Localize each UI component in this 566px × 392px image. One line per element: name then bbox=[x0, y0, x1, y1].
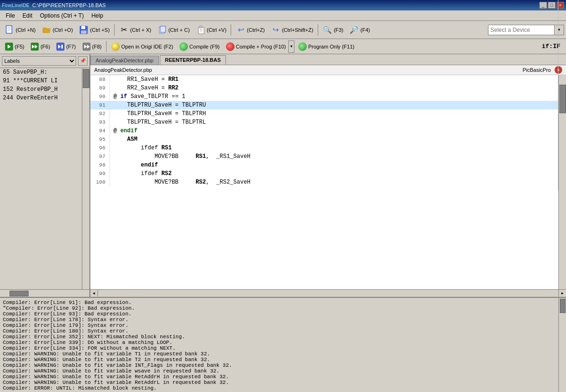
output-content: Compiler: Error[Line 91]: Bad expression… bbox=[0, 298, 558, 392]
line-content: TBLPTRU_SaveH = TBLPTRU bbox=[109, 101, 558, 109]
sidebar: Labels 📌 65 SavePBP_H: 91 ***CURRENT LI … bbox=[0, 54, 90, 297]
line-content: RR2_SaveH = RR2 bbox=[109, 84, 558, 92]
line-number: 99 bbox=[90, 169, 109, 178]
table-row[interactable]: 97 MOVE?BB RS1, _RS1_SaveH bbox=[90, 152, 558, 161]
output-line: Compiler: Error[Line 180]: Syntax error. bbox=[3, 328, 556, 334]
open-label: (Ctrl +O) bbox=[53, 27, 73, 33]
sidebar-pin-button[interactable]: 📌 bbox=[78, 56, 88, 66]
programonly-icon bbox=[298, 42, 307, 51]
sidebar-item-3[interactable]: 244 OverReEnterH bbox=[0, 94, 82, 102]
stepover-f8-button[interactable]: (F8) bbox=[79, 40, 104, 53]
sidebar-list: 65 SavePBP_H: 91 ***CURRENT LI 152 Resto… bbox=[0, 68, 82, 289]
editor-vscroll[interactable] bbox=[558, 75, 566, 289]
table-row[interactable]: 96 ifdef RS1 bbox=[90, 144, 558, 152]
redo-button[interactable]: ↪ (Ctrl+Shift+Z) bbox=[268, 23, 316, 37]
openide-icon bbox=[111, 42, 120, 51]
table-row[interactable]: 90@ if Save_TBLPTR == 1 bbox=[90, 92, 558, 101]
redo-icon: ↪ bbox=[271, 25, 281, 35]
programonly-button[interactable]: Program Only (F11) bbox=[295, 40, 357, 53]
step-f7-button[interactable]: (F7) bbox=[53, 40, 78, 53]
editor-container: AnalogPeakDetector.pbp PicBasicPro × 88 … bbox=[90, 65, 566, 297]
toolbar1: (Ctrl +N) (Ctrl +O) (Ctrl +S) ✂ (Ctrl + … bbox=[0, 21, 566, 39]
line-content: RR1_SaveH = RR1 bbox=[109, 75, 558, 84]
title-buttons[interactable]: _ □ × bbox=[539, 2, 564, 9]
save-button[interactable]: (Ctrl +S) bbox=[76, 23, 112, 37]
output-vscroll[interactable] bbox=[558, 298, 566, 392]
editor-filename: AnalogPeakDetector.pbp bbox=[94, 67, 523, 73]
programonly-label: Program Only (F11) bbox=[308, 44, 354, 49]
findnext-button[interactable]: 🔎 (F4) bbox=[347, 23, 372, 37]
line-content: ifdef RS1 bbox=[109, 144, 558, 152]
table-row[interactable]: 92 TBLPTRH_SaveH = TBLPTRH bbox=[90, 109, 558, 118]
copy-button[interactable]: (Ctrl + C) bbox=[155, 23, 192, 37]
table-row[interactable]: 98 endif bbox=[90, 161, 558, 169]
compileprog-dropdown[interactable]: ▼ bbox=[288, 40, 294, 53]
open-button[interactable]: (Ctrl +O) bbox=[39, 23, 75, 37]
line-number: 95 bbox=[90, 135, 109, 144]
stepover-f8-label: (F8) bbox=[92, 44, 102, 49]
table-row[interactable]: 88 RR1_SaveH = RR1 bbox=[90, 75, 558, 84]
line-number: 88 bbox=[90, 75, 109, 84]
minimize-button[interactable]: _ bbox=[539, 2, 547, 9]
sidebar-dropdown[interactable]: Labels bbox=[2, 56, 76, 66]
findnext-label: (F4) bbox=[361, 27, 370, 33]
tab-analogpeak[interactable]: AnalogPeakDetector.pbp bbox=[90, 56, 159, 65]
paste-icon bbox=[195, 25, 206, 35]
find-button[interactable]: 🔍 (F3) bbox=[320, 23, 346, 37]
device-combo-input[interactable] bbox=[488, 25, 555, 35]
sidebar-item-2[interactable]: 152 RestorePBP_H bbox=[0, 85, 82, 94]
table-row[interactable]: 93 TBLPTRL_SaveH = TBLPTRL bbox=[90, 118, 558, 127]
main-area: Labels 📌 65 SavePBP_H: 91 ***CURRENT LI … bbox=[0, 54, 566, 297]
sidebar-item-0[interactable]: 65 SavePBP_H: bbox=[0, 68, 82, 77]
openide-button[interactable]: Open in Origi IDE (F2) bbox=[108, 40, 176, 53]
editor-hscroll[interactable]: ◄ ► bbox=[90, 289, 566, 297]
table-row[interactable]: 95 ASM bbox=[90, 135, 558, 144]
run-f5-button[interactable]: (F5) bbox=[2, 40, 27, 53]
output-line: Compiler: Error[Line 352]: NEXT: Mismatc… bbox=[3, 334, 556, 340]
menu-edit[interactable]: Edit bbox=[19, 11, 36, 20]
table-row[interactable]: 91 TBLPTRU_SaveH = TBLPTRU bbox=[90, 101, 558, 109]
close-button[interactable]: × bbox=[556, 2, 564, 9]
tab-reenterpbp[interactable]: REENTERPBP-18.BAS bbox=[160, 55, 226, 65]
paste-button[interactable]: (Ctrl +V) bbox=[193, 23, 229, 37]
find-icon: 🔍 bbox=[322, 25, 333, 35]
editor-area: AnalogPeakDetector.pbp REENTERPBP-18.BAS… bbox=[90, 54, 566, 297]
sidebar-scrollbar[interactable] bbox=[82, 68, 89, 289]
table-row[interactable]: 89 RR2_SaveH = RR2 bbox=[90, 84, 558, 92]
menu-help[interactable]: Help bbox=[88, 11, 107, 20]
run-f6-button[interactable]: (F6) bbox=[28, 40, 52, 53]
output-line: Compiler: Error[Line 93]: Bad expression… bbox=[3, 311, 556, 317]
undo-label: (Ctrl+Z) bbox=[247, 27, 265, 33]
compile-icon bbox=[179, 42, 188, 51]
app-logo: FineLineIDE bbox=[2, 3, 29, 8]
sidebar-item-1[interactable]: 91 ***CURRENT LI bbox=[0, 77, 82, 85]
line-number: 91 bbox=[90, 101, 109, 109]
editor-close-button[interactable]: × bbox=[555, 66, 562, 74]
code-lines[interactable]: 88 RR1_SaveH = RR189 RR2_SaveH = RR290@ … bbox=[90, 75, 558, 289]
sep1 bbox=[114, 24, 115, 36]
line-number: 96 bbox=[90, 144, 109, 152]
menu-options[interactable]: Options (Ctrl + T) bbox=[36, 11, 88, 20]
table-row[interactable]: 100 MOVE?BB RS2, _RS2_SaveH bbox=[90, 178, 558, 186]
sidebar-header: Labels 📌 bbox=[0, 54, 89, 68]
run-f6-icon bbox=[30, 42, 39, 51]
hscroll-left[interactable]: ◄ bbox=[90, 290, 98, 296]
hscroll-right[interactable]: ► bbox=[558, 290, 566, 296]
sidebar-hscroll[interactable] bbox=[0, 289, 89, 297]
table-row[interactable]: 94@ endif bbox=[90, 127, 558, 135]
svg-rect-6 bbox=[81, 26, 85, 29]
compile-button[interactable]: Compile (F9) bbox=[176, 40, 222, 53]
svg-rect-22 bbox=[61, 45, 63, 49]
code-table: 88 RR1_SaveH = RR189 RR2_SaveH = RR290@ … bbox=[90, 75, 558, 186]
cut-button[interactable]: ✂ (Ctrl + X) bbox=[117, 23, 154, 37]
new-label: (Ctrl +N) bbox=[16, 27, 36, 33]
undo-button[interactable]: ↩ (Ctrl+Z) bbox=[233, 23, 267, 37]
compileprog-button[interactable]: Compile + Prog (F10) bbox=[223, 40, 288, 53]
menu-file[interactable]: File bbox=[2, 11, 19, 20]
device-dropdown-button[interactable]: ▼ bbox=[555, 25, 564, 35]
table-row[interactable]: 99 ifdef RS2 bbox=[90, 169, 558, 178]
maximize-button[interactable]: □ bbox=[548, 2, 556, 9]
open-icon bbox=[41, 25, 52, 35]
new-button[interactable]: (Ctrl +N) bbox=[2, 23, 38, 37]
compile-label: Compile (F9) bbox=[189, 44, 220, 49]
